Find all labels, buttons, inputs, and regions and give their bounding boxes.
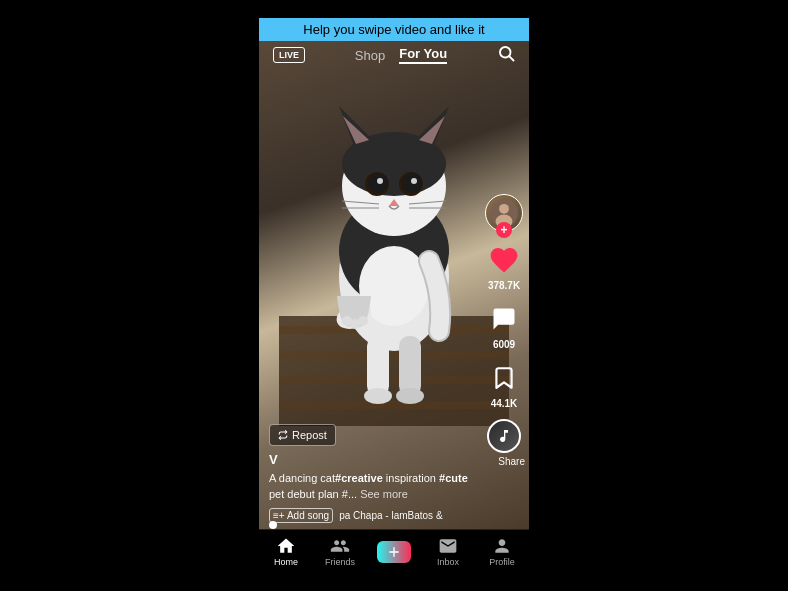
bookmark-action[interactable]: 44.1K	[486, 360, 522, 409]
song-name: pa Chapa - lamBatos &	[339, 510, 442, 521]
nav-links: Shop For You	[355, 46, 447, 64]
bottom-overlay: Repost V A dancing cat#creative inspirat…	[269, 424, 477, 523]
svg-rect-2	[279, 351, 509, 359]
home-label: Home	[274, 557, 298, 567]
desc-middle: inspiration	[383, 472, 439, 484]
create-button[interactable]	[377, 541, 411, 563]
share-label: Share	[498, 456, 525, 467]
follow-button[interactable]: +	[496, 222, 512, 238]
add-song-bar[interactable]: ≡+ Add song pa Chapa - lamBatos &	[269, 508, 477, 523]
nav-profile[interactable]: Profile	[475, 536, 529, 567]
for-you-link[interactable]: For You	[399, 46, 447, 64]
svg-line-34	[509, 56, 513, 60]
desc-text: A dancing cat	[269, 472, 335, 484]
comment-count: 6009	[493, 339, 515, 350]
music-disc[interactable]	[487, 419, 521, 453]
repost-label: Repost	[292, 429, 327, 441]
username[interactable]: V	[269, 452, 477, 467]
svg-marker-12	[343, 116, 369, 144]
creator-avatar[interactable]: +	[485, 194, 523, 232]
heart-icon[interactable]	[486, 242, 522, 278]
hashtag1[interactable]: #creative	[335, 472, 383, 484]
video-description: A dancing cat#creative inspiration #cute…	[269, 471, 477, 502]
svg-point-36	[499, 204, 509, 214]
nav-home[interactable]: Home	[259, 536, 313, 567]
live-badge: LIVE	[273, 47, 305, 63]
tooltip-bar: Help you swipe video and like it	[259, 18, 529, 41]
share-button[interactable]: Share	[498, 456, 525, 467]
bookmark-count: 44.1K	[491, 398, 518, 409]
home-icon	[276, 536, 296, 556]
search-icon[interactable]	[497, 44, 515, 66]
add-song-icon[interactable]: ≡+ Add song	[269, 508, 333, 523]
svg-point-32	[396, 388, 424, 404]
svg-rect-3	[279, 376, 509, 384]
svg-rect-29	[367, 336, 389, 396]
svg-point-28	[358, 316, 368, 326]
phone-screen: Help you swipe video and like it	[259, 18, 529, 573]
inbox-icon	[438, 536, 458, 556]
see-more-link[interactable]: See more	[360, 488, 408, 500]
inbox-label: Inbox	[437, 557, 459, 567]
svg-rect-30	[399, 336, 421, 396]
comment-icon[interactable]	[486, 301, 522, 337]
desc-end: pet debut plan #...	[269, 488, 357, 500]
svg-rect-4	[279, 401, 509, 409]
like-action[interactable]: 378.7K	[486, 242, 522, 291]
top-navigation: LIVE Shop For You	[259, 36, 529, 74]
friends-label: Friends	[325, 557, 355, 567]
tooltip-text: Help you swipe video and like it	[303, 22, 484, 37]
friends-icon	[329, 536, 351, 556]
comment-action[interactable]: 6009	[486, 301, 522, 350]
bookmark-icon[interactable]	[486, 360, 522, 396]
svg-point-18	[377, 178, 383, 184]
svg-point-19	[411, 178, 417, 184]
progress-indicator	[269, 521, 277, 529]
shop-link[interactable]: Shop	[355, 48, 385, 63]
svg-point-31	[364, 388, 392, 404]
hashtag2[interactable]: #cute	[439, 472, 468, 484]
nav-friends[interactable]: Friends	[313, 536, 367, 567]
profile-label: Profile	[489, 557, 515, 567]
profile-icon	[492, 536, 512, 556]
nav-create[interactable]	[367, 541, 421, 563]
like-count: 378.7K	[488, 280, 520, 291]
bottom-navigation: Home Friends Inbox Profile	[259, 529, 529, 573]
nav-inbox[interactable]: Inbox	[421, 536, 475, 567]
cat-image	[279, 66, 509, 426]
repost-button[interactable]: Repost	[269, 424, 336, 446]
right-actions: + 378.7K 6009	[485, 194, 523, 453]
svg-marker-13	[419, 116, 445, 144]
